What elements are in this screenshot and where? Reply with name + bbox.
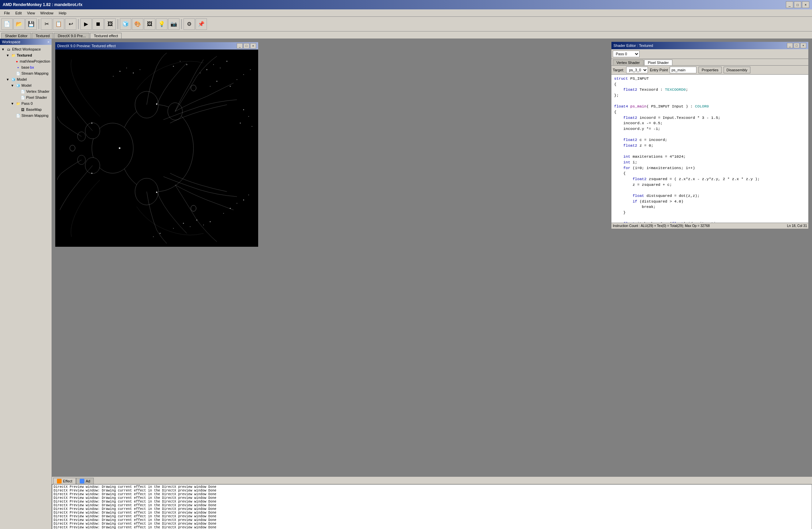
workspace-panel: Workspace × ▼ 🗂 Effect Workspace ▼ 📁 Tex… [0,39,52,529]
preview-close[interactable]: × [250,43,256,48]
tab-vertex-shader[interactable]: Vertex Shader [613,60,643,65]
pass-icon: 📁 [15,101,21,106]
tab-ad-output[interactable]: Ad [76,478,94,484]
spacer [15,96,20,100]
workspace-close[interactable]: × [47,40,49,44]
tree-model[interactable]: ▼ 🧊 Model [1,82,50,88]
svg-point-23 [216,81,217,82]
ps-icon: 📄 [20,95,26,100]
expand-icon[interactable]: ▼ [6,54,11,57]
toolbar-new[interactable]: 📄 [1,18,13,30]
tree-model-group[interactable]: ▼ 🧊 Model [1,76,50,82]
svg-point-8 [77,132,85,141]
toolbar-settings[interactable]: ⚙ [184,18,195,30]
tree-basemap[interactable]: 🖼 BaseMap [1,106,50,113]
toolbar-cut[interactable]: ✂ [41,18,52,30]
tree-pass0[interactable]: ▼ 📁 Pass 0 [1,100,50,106]
mandelbrot-svg [55,49,258,247]
close-button[interactable]: × [802,1,809,8]
shader-close[interactable]: × [800,43,806,48]
output-tab-label: Effect [63,479,72,483]
preview-title-buttons[interactable]: _ □ × [237,43,256,48]
menu-window[interactable]: Window [38,10,56,16]
spacer [11,60,15,63]
tree-textured[interactable]: ▼ 📁 Textured [1,52,50,58]
tree-base[interactable]: ▪ base bx [1,64,50,70]
shader-editor-buttons[interactable]: _ □ × [787,43,806,48]
expand-icon[interactable]: ▼ [11,84,15,87]
stream-icon2: 📄 [15,113,21,118]
menu-file[interactable]: File [1,10,13,16]
tree-label: BaseMap [26,107,42,112]
toolbar-open[interactable]: 📂 [13,18,25,30]
minimize-button[interactable]: _ [786,1,793,8]
workspace-controls[interactable]: × [47,40,49,44]
title-bar-buttons[interactable]: _ □ × [786,1,809,8]
toolbar-light[interactable]: 💡 [156,18,168,30]
entry-input[interactable] [670,67,696,73]
toolbar-sep3 [117,19,118,29]
toolbar-undo[interactable]: ↩ [65,18,76,30]
output-line: DirectX Preview window: Drawing current … [54,503,810,507]
properties-button[interactable]: Properties [698,67,721,73]
tree-matviewprojection[interactable]: ● matViewProjection [1,58,50,64]
shader-minimize[interactable]: _ [787,43,793,48]
toolbar-sep1 [39,19,39,29]
shader-code[interactable]: struct PS_INPUT { float2 Texcoord : TEXC… [611,75,808,223]
tree-stream-mapping2[interactable]: 📄 Stream Mapping [1,113,50,119]
shader-status-bar: Instruction Count : ALU(29) + Tex(0) = T… [611,223,808,229]
tab-directx-pre[interactable]: DirectX 9.0 Pre... [54,33,89,39]
tree-pixel-shader[interactable]: 📄 Pixel Shader [1,94,50,100]
svg-point-43 [237,203,237,204]
toolbar-preview[interactable]: 🖼 [104,18,116,30]
disassembly-button[interactable]: Disassembly [724,67,750,73]
toolbar-copy[interactable]: 📋 [53,18,64,30]
toolbar-pin[interactable]: 📌 [195,18,207,30]
svg-point-21 [250,69,251,70]
svg-point-45 [248,194,249,195]
menu-help[interactable]: Help [56,10,69,16]
svg-point-34 [203,225,204,225]
output-line: DirectX Preview window: Drawing current … [54,522,810,526]
toolbar-camera[interactable]: 📷 [168,18,179,30]
svg-point-41 [223,213,224,214]
vs-icon: 📄 [20,89,26,94]
svg-point-9 [77,155,85,164]
tree-label: Stream Mapping [21,114,48,118]
svg-point-20 [230,86,231,87]
toolbar-texture[interactable]: 🖼 [144,18,155,30]
expand-icon[interactable]: ▼ [11,102,15,105]
toolbar-model[interactable]: 🧊 [120,18,131,30]
toolbar-stop[interactable]: ⏹ [92,18,104,30]
preview-container: DirectX 9.0 Preview: Textured effect _ □… [52,39,812,476]
pass-select[interactable]: Pass 0 [613,50,640,57]
tree-vertex-shader[interactable]: 📄 Vertex Shader [1,88,50,94]
tab-textured-effect[interactable]: Textured effect [90,33,121,39]
preview-maximize[interactable]: □ [244,43,249,48]
maximize-button[interactable]: □ [794,1,801,8]
target-select[interactable]: ps_3_0 [626,67,648,73]
texture-icon: ▪ [15,64,21,70]
output-line: DirectX Preview window: Drawing current … [54,489,810,493]
toolbar-play[interactable]: ▶ [81,18,92,30]
tab-pixel-shader[interactable]: Pixel Shader [644,60,672,65]
toolbar-save[interactable]: 💾 [26,18,37,30]
tab-effect-output[interactable]: Effect [53,478,76,484]
shader-maximize[interactable]: □ [794,43,800,48]
shader-pass-toolbar: Pass 0 [611,49,808,59]
expand-icon[interactable]: ▼ [1,47,6,51]
expand-icon[interactable]: ▼ [6,78,11,82]
output-tab-bar: Effect Ad [52,477,812,484]
output-line: DirectX Preview window: Drawing current … [54,518,810,522]
tab-shader-editor[interactable]: Shader Editor [1,33,31,39]
toolbar-material[interactable]: 🎨 [132,18,143,30]
menu-view[interactable]: View [25,10,38,16]
tree-stream-mapping1[interactable]: 📄 Stream Mapping [1,70,50,76]
tab-textured[interactable]: Textured [32,33,53,39]
menu-edit[interactable]: Edit [13,10,25,16]
output-panel: Effect Ad DirectX Preview window: Drawin… [52,476,812,529]
tree-effect-workspace[interactable]: ▼ 🗂 Effect Workspace [1,46,50,52]
preview-minimize[interactable]: _ [237,43,243,48]
svg-point-19 [244,74,244,75]
spacer [11,65,15,69]
